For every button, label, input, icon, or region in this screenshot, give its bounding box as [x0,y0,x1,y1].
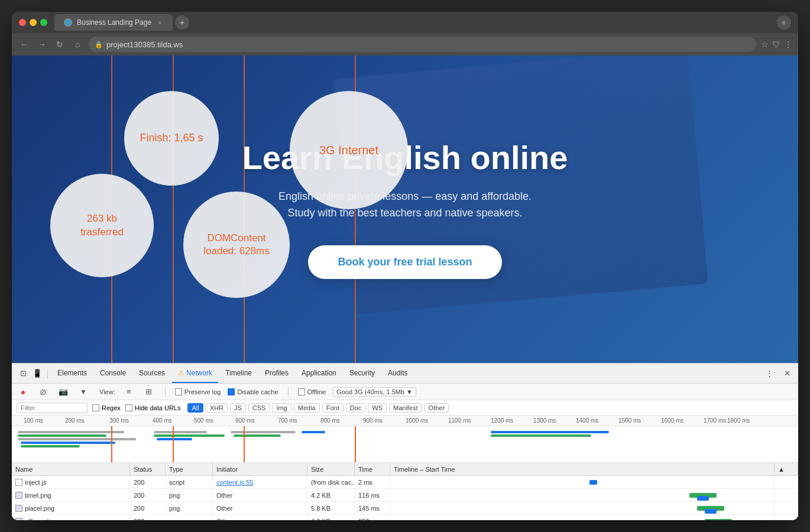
cta-button[interactable]: Book your free trial lesson [308,245,501,279]
url-text: project130385.tilda.ws [106,40,183,49]
filter-manifest[interactable]: Manifest [389,403,422,413]
title-bar: 🌐 Business Landing Page × + ≡ [12,12,798,33]
filter-all[interactable]: All [187,403,203,413]
annotation-finish: Finish: 1,65 s [124,91,219,186]
menu-icon[interactable]: ⋮ [784,40,792,49]
row-2-name: placel.png [12,502,130,514]
tab-area: 🌐 Business Landing Page × + [54,14,777,31]
table-row[interactable]: effiencyl.png 200 png Other 4.8 KB 152 m… [12,515,798,520]
tick-900ms: 900 ms [363,417,383,424]
tab-timeline[interactable]: Timeline [219,364,258,383]
view-list-icon[interactable]: ≡ [122,385,135,398]
devtools-close-icon[interactable]: ✕ [780,367,793,380]
file-icon-2 [15,505,22,512]
filter-font[interactable]: Font [322,403,344,413]
track-bar-6 [154,431,207,433]
row-3-initiator: Other [213,515,307,520]
table-row[interactable]: inject.js 200 script content.js:55 (from… [12,476,798,489]
filter-img[interactable]: Img [272,403,291,413]
row-1-size: 4.2 KB [307,489,355,501]
camera-button[interactable]: 📷 [57,385,70,398]
disable-cache-checkbox[interactable] [228,388,235,395]
view-grid-icon[interactable]: ⊞ [142,385,155,398]
home-button[interactable]: ⌂ [71,38,84,51]
tab-network[interactable]: ⚠ Network [172,364,218,383]
preserve-log-check[interactable]: Preserve log [175,388,221,395]
record-button[interactable]: ● [17,385,30,398]
devtools-mobile-icon[interactable]: 📱 [31,367,44,380]
tick-1800ms: 1800 ms [727,417,750,424]
minimize-traffic-light[interactable] [30,19,37,26]
row-0-timeline [390,476,775,488]
tab-close-button[interactable]: × [156,19,163,26]
filter-css[interactable]: CSS [248,403,270,413]
tab-profiles[interactable]: Profiles [259,364,294,383]
devtools-more-icon[interactable]: ⋮ [763,367,776,380]
tab-security[interactable]: Security [344,364,381,383]
filter-doc[interactable]: Doc [346,403,366,413]
browser-tab[interactable]: 🌐 Business Landing Page × [54,14,173,31]
disable-cache-check[interactable]: Disable cache [228,388,278,395]
close-traffic-light[interactable] [19,19,26,26]
dt-vline-4 [355,426,356,463]
row-0-initiator: content.js:55 [213,476,307,488]
col-status: Status [130,463,166,475]
row-0-bar [589,480,597,485]
filter-js[interactable]: JS [230,403,246,413]
refresh-button[interactable]: ↻ [53,38,66,51]
filter-media[interactable]: Media [294,403,320,413]
timeline-area: 100 ms 200 ms 300 ms 400 ms 500 ms 600 m… [12,416,798,463]
maximize-traffic-light[interactable] [40,19,47,26]
tab-elements[interactable]: Elements [51,364,93,383]
hide-data-checkbox[interactable] [125,404,132,411]
url-bar[interactable]: 🔒 project130385.tilda.ws [89,37,756,52]
col-sort[interactable]: ▲ [775,463,798,475]
file-icon-1 [15,492,22,499]
track-bar-9 [231,431,296,433]
regex-checkbox[interactable] [92,404,99,411]
tick-700ms: 700 ms [278,417,297,424]
devtools-cursor-icon[interactable]: ⊡ [17,367,30,380]
table-row[interactable]: placel.png 200 png Other 5.8 KB 145 ms [12,502,798,515]
filter-xhr[interactable]: XHR [206,403,228,413]
new-tab-button[interactable]: + [175,15,189,30]
regex-check[interactable]: Regex [92,404,121,411]
preserve-log-checkbox[interactable] [175,388,182,395]
track-bar-3 [18,438,136,440]
filter-input[interactable] [17,403,88,413]
bookmark-icon[interactable]: ☆ [761,40,769,49]
row-2-initiator: Other [213,502,307,514]
tab-sources[interactable]: Sources [133,364,171,383]
row-0-status: 200 [130,476,166,488]
tab-application[interactable]: Application [296,364,342,383]
back-button[interactable]: ← [18,38,31,51]
track-bar-8 [157,438,192,440]
tick-300ms: 300 ms [109,417,129,424]
tab-console[interactable]: Console [94,364,132,383]
row-3-name: effiencyl.png [12,515,130,520]
filter-ws[interactable]: WS [368,403,387,413]
filter-other[interactable]: Other [425,403,449,413]
tab-audits[interactable]: Audits [382,364,413,383]
row-3-time: 152 ms [355,515,390,520]
row-0-size: (from disk cac... [307,476,355,488]
window-minimize-icon: ≡ [777,15,791,30]
shield-icon[interactable]: 🛡 [772,40,780,49]
tick-1700ms: 1700 ms [704,417,726,424]
forward-button[interactable]: → [35,38,48,51]
tick-1600ms: 1600 ms [661,417,683,424]
lock-icon: 🔒 [95,41,103,48]
offline-check[interactable]: Offline [298,388,326,395]
table-row[interactable]: timel.png 200 png Other 4.2 KB 116 ms [12,489,798,502]
row-3-size: 4.8 KB [307,515,355,520]
offline-checkbox[interactable] [298,388,305,395]
browser-window: 🌐 Business Landing Page × + ≡ ← → ↻ ⌂ 🔒 … [12,12,798,520]
row-0-name: inject.js [12,476,130,488]
filter-type-buttons: All XHR JS CSS Img Media Font Doc WS Man… [187,403,449,413]
track-bar-1 [18,431,124,433]
filter-icon[interactable]: ▼ [77,385,90,398]
hide-data-check[interactable]: Hide data URLs [125,404,181,411]
row-1-type: png [166,489,213,501]
clear-button[interactable]: ⊘ [37,385,50,398]
network-throttle-dropdown[interactable]: Good 3G (40ms, 1.5Mb ▼ [333,387,416,397]
